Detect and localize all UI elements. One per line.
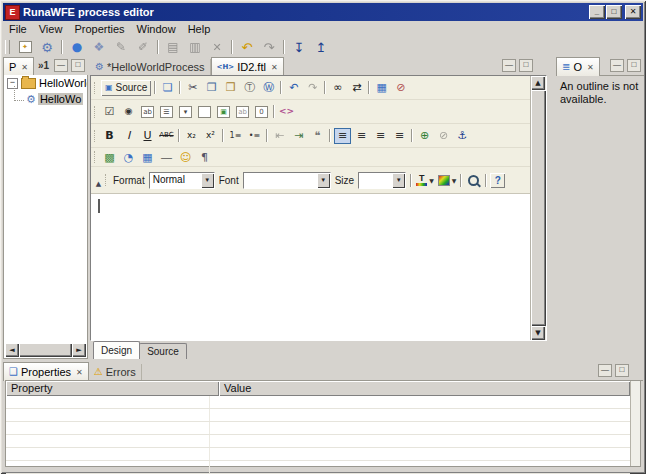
bulleted-list-button[interactable]: •≡: [246, 128, 263, 144]
scroll-left-icon[interactable]: ◄: [5, 343, 19, 357]
paste-button[interactable]: ❒: [222, 80, 239, 96]
flash-button[interactable]: ◔: [120, 149, 137, 165]
scroll-right-icon[interactable]: ►: [72, 343, 86, 357]
format-select-value[interactable]: Normal: [150, 173, 201, 188]
page-break-button[interactable]: ¶: [196, 149, 213, 165]
navigator-maximize-icon[interactable]: □: [71, 59, 85, 72]
form-button-button[interactable]: [196, 104, 213, 120]
outline-tab-close-icon[interactable]: ✕: [585, 63, 594, 72]
image-button[interactable]: ▩: [101, 149, 118, 165]
properties-tab-close-icon[interactable]: ✕: [74, 368, 83, 377]
align-center-button[interactable]: ≡: [353, 128, 370, 144]
collapse-toolbar-button[interactable]: ▲: [93, 170, 104, 190]
scrollbar-thumb[interactable]: [531, 90, 546, 326]
source-button[interactable]: ▣Source: [101, 80, 151, 96]
maximize-button[interactable]: □: [606, 5, 622, 19]
select-all-button[interactable]: ▦: [373, 80, 390, 96]
textarea-button[interactable]: ☰: [158, 104, 175, 120]
ftl-tag-button[interactable]: <>: [278, 104, 295, 120]
copy-button[interactable]: ❐: [203, 80, 220, 96]
outline-maximize-icon[interactable]: □: [627, 59, 641, 72]
toolbar-handle[interactable]: [105, 174, 108, 186]
tab-errors[interactable]: ⚠ Errors: [89, 364, 142, 380]
image-button-button[interactable]: ▣: [215, 104, 232, 120]
editor-minimize-icon[interactable]: —: [502, 59, 516, 72]
tab-navigator[interactable]: P ✕: [3, 57, 34, 76]
minimize-button[interactable]: _: [589, 5, 605, 19]
properties-scrollbar-track[interactable]: [630, 381, 640, 466]
text-color-dropdown-arrow[interactable]: ▼: [429, 177, 434, 184]
about-button[interactable]: ?: [490, 173, 505, 188]
navigator-tab-close-icon[interactable]: ✕: [19, 63, 28, 72]
editor-tab-close-icon[interactable]: ✕: [269, 63, 278, 72]
toolbar-handle[interactable]: [94, 151, 97, 163]
horizontal-rule-button[interactable]: ―: [158, 149, 175, 165]
tab-outline[interactable]: ≣ O ✕: [556, 57, 600, 76]
tab-helloworldprocess[interactable]: ⚙ *HelloWorldProcess: [90, 59, 211, 75]
variable-field-button[interactable]: 0: [253, 104, 270, 120]
remove-format-button[interactable]: ⊘: [392, 80, 409, 96]
paste-from-word-button[interactable]: Ⓦ: [260, 80, 277, 96]
font-select[interactable]: ▼: [243, 172, 331, 189]
size-select[interactable]: ▼: [358, 172, 406, 189]
table-button[interactable]: ▦: [139, 149, 156, 165]
insert-link-button[interactable]: ⊕: [416, 128, 433, 144]
tab-properties[interactable]: ❑ Properties ✕: [3, 362, 89, 381]
paste-plain-text-button[interactable]: Ⓣ: [241, 80, 258, 96]
new-process-button[interactable]: ⚙: [37, 38, 57, 56]
navigator-minimize-icon[interactable]: —: [54, 59, 68, 72]
deploy-process-button[interactable]: ●: [67, 38, 87, 56]
background-color-button[interactable]: ▼: [438, 175, 457, 186]
menu-item-file[interactable]: File: [3, 23, 33, 35]
undo-button[interactable]: ↶: [237, 38, 257, 56]
italic-button[interactable]: I: [120, 128, 137, 144]
scroll-down-icon[interactable]: ▼: [531, 326, 545, 340]
tab-design[interactable]: Design: [93, 341, 140, 359]
anchor-button[interactable]: ⚓: [454, 128, 471, 144]
table-body[interactable]: [6, 396, 630, 474]
view-overflow-chevron[interactable]: »1: [34, 60, 53, 71]
tab-source[interactable]: Source: [139, 343, 187, 359]
undo-button[interactable]: ↶: [285, 80, 302, 96]
toolbar-handle[interactable]: [94, 130, 97, 142]
format-select[interactable]: Normal▼: [149, 172, 215, 189]
export-button[interactable]: ↥: [311, 38, 331, 56]
editor-content-area[interactable]: [91, 194, 530, 340]
close-button[interactable]: ✕: [625, 5, 641, 19]
outline-minimize-icon[interactable]: —: [610, 59, 624, 72]
cut-button[interactable]: ✂: [184, 80, 201, 96]
underline-button[interactable]: U: [139, 128, 156, 144]
navigator-horizontal-scrollbar[interactable]: ◄ ►: [5, 343, 86, 357]
menu-item-view[interactable]: View: [33, 23, 69, 35]
tree-item-process[interactable]: ⚙ HelloWo: [4, 91, 87, 107]
font-select-value[interactable]: [244, 173, 317, 188]
properties-maximize-icon[interactable]: □: [615, 364, 629, 377]
text-field-button[interactable]: ab: [139, 104, 156, 120]
increase-indent-button[interactable]: ⇥: [290, 128, 307, 144]
numbered-list-button[interactable]: 1≡: [227, 128, 244, 144]
toolbar-handle[interactable]: [94, 82, 97, 94]
strikethrough-button[interactable]: ABC: [158, 128, 175, 144]
align-left-button[interactable]: ≡: [334, 128, 351, 144]
project-tree[interactable]: − HelloWorldP ⚙ HelloWo ◄ ►: [3, 75, 88, 359]
justify-button[interactable]: ≡: [391, 128, 408, 144]
bold-button[interactable]: B: [101, 128, 118, 144]
subscript-button[interactable]: x₂: [183, 128, 200, 144]
blockquote-button[interactable]: ❝: [309, 128, 326, 144]
tab-id2-ftl[interactable]: <H> ID2.ftl ✕: [211, 57, 284, 76]
checkbox-button[interactable]: ☑: [101, 104, 118, 120]
replace-button[interactable]: ⇄: [348, 80, 365, 96]
text-color-button[interactable]: T▼: [416, 174, 434, 186]
editor-maximize-icon[interactable]: □: [519, 59, 533, 72]
app-logo-icon[interactable]: E: [5, 5, 20, 20]
toolbar-handle[interactable]: [94, 106, 97, 118]
size-select-value[interactable]: [359, 173, 392, 188]
editor-vertical-scrollbar[interactable]: ▲ ▼: [530, 76, 546, 340]
font-select-dropdown-arrow[interactable]: ▼: [317, 173, 330, 188]
preview-button[interactable]: [465, 172, 482, 188]
format-select-dropdown-arrow[interactable]: ▼: [201, 173, 214, 188]
scroll-up-icon[interactable]: ▲: [531, 76, 545, 90]
select-field-button[interactable]: ▾: [177, 104, 194, 120]
toolbar-handle[interactable]: [5, 40, 10, 54]
new-page-button[interactable]: ❏: [159, 80, 176, 96]
